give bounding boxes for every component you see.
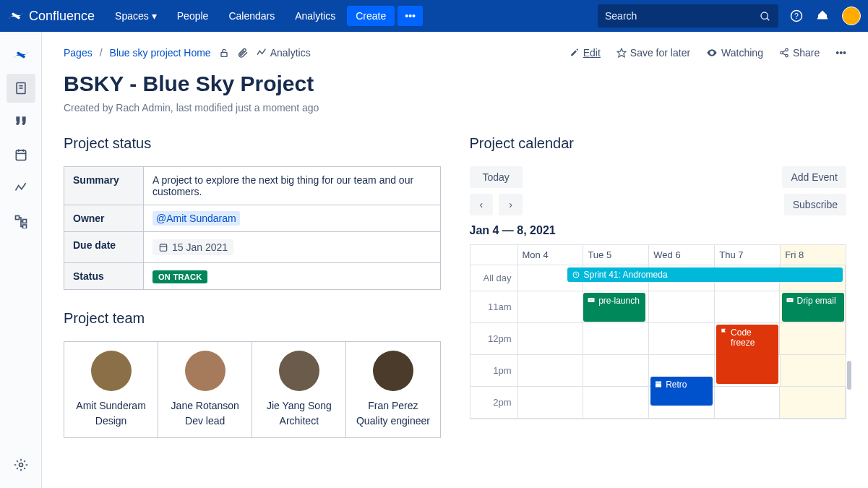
mail-icon: [786, 296, 794, 304]
svg-rect-15: [221, 53, 227, 57]
day-header: Tue 5: [583, 245, 649, 265]
page-actions: Edit Save for later Watching Share •••: [570, 47, 846, 59]
svg-line-1: [767, 18, 769, 20]
left-column: Project status SummaryA project to explo…: [64, 135, 441, 438]
calendar-icon: [654, 380, 663, 388]
event-retro[interactable]: Retro: [650, 377, 713, 406]
sidebar-calendar[interactable]: [7, 140, 35, 169]
brand[interactable]: Confluence: [7, 7, 95, 25]
allday-label: All day: [470, 265, 518, 291]
top-navigation: Confluence Spaces ▾ People Calendars Ana…: [0, 0, 868, 32]
mail-icon: [587, 296, 596, 304]
restrictions-icon[interactable]: [218, 46, 230, 59]
notifications-icon[interactable]: [816, 9, 829, 22]
status-table: SummaryA project to explore the next big…: [64, 166, 441, 290]
right-column: Project calendar Today ‹ › Add Event Sub…: [470, 135, 847, 438]
svg-point-18: [781, 51, 783, 54]
share-button[interactable]: Share: [779, 47, 820, 59]
breadcrumb-pages[interactable]: Pages: [64, 47, 93, 59]
hour-label: 11am: [470, 291, 518, 322]
team-grid: Amit SunderamDesign Jane RotansonDev lea…: [64, 341, 441, 438]
user-avatar[interactable]: [842, 7, 861, 25]
svg-point-14: [19, 463, 22, 467]
more-actions-button[interactable]: •••: [835, 47, 846, 59]
scrollbar[interactable]: [847, 361, 851, 390]
svg-marker-16: [617, 48, 626, 57]
page-meta: Created by Rach Admin, last modified jus…: [64, 102, 846, 114]
status-label: Status: [64, 263, 144, 290]
day-header: Wed 6: [649, 245, 715, 265]
subscribe-button[interactable]: Subscribe: [784, 194, 846, 215]
nav-analytics[interactable]: Analytics: [286, 6, 344, 26]
summary-value: A project to explore the next big thing …: [144, 167, 441, 205]
edit-button[interactable]: Edit: [570, 47, 601, 59]
allday-event[interactable]: Sprint 41: Andromeda: [567, 267, 843, 282]
event-drip[interactable]: Drip email: [782, 293, 844, 322]
section-calendar-title: Project calendar: [470, 135, 847, 152]
sidebar: [0, 32, 42, 488]
nav-calendars[interactable]: Calendars: [220, 6, 283, 26]
team-card: Fran PerezQuality engineer: [346, 342, 439, 437]
calendar-range: Jan 4 — 8, 2021: [470, 224, 847, 237]
sidebar-analytics[interactable]: [7, 174, 35, 202]
next-button[interactable]: ›: [499, 194, 523, 215]
svg-rect-22: [160, 244, 166, 251]
add-event-button[interactable]: Add Event: [782, 166, 846, 188]
sidebar-space-icon[interactable]: [7, 40, 35, 69]
svg-point-19: [786, 54, 788, 57]
prev-button[interactable]: ‹: [470, 194, 494, 215]
svg-rect-11: [15, 216, 19, 220]
help-icon[interactable]: ?: [790, 9, 803, 22]
sidebar-settings[interactable]: [7, 450, 35, 479]
calendar-controls: Today ‹ › Add Event Subscribe: [470, 166, 847, 215]
nav-spaces[interactable]: Spaces ▾: [106, 6, 166, 26]
hour-label: 12pm: [470, 323, 518, 354]
svg-rect-7: [16, 150, 25, 160]
due-label: Due date: [64, 232, 144, 263]
day-header: Fri 8: [781, 245, 846, 265]
nav-more-button[interactable]: •••: [398, 6, 423, 26]
svg-point-17: [786, 48, 788, 51]
team-avatar: [91, 351, 132, 391]
svg-point-0: [761, 12, 768, 19]
team-card: Amit SunderamDesign: [64, 342, 158, 437]
breadcrumb-parent[interactable]: Blue sky project Home: [110, 47, 211, 59]
save-for-later-button[interactable]: Save for later: [616, 47, 690, 59]
chevron-down-icon: ▾: [152, 10, 157, 22]
search-input[interactable]: [605, 10, 760, 22]
summary-label: Summary: [64, 167, 144, 205]
hour-label: 1pm: [470, 355, 518, 386]
section-status-title: Project status: [64, 135, 441, 152]
svg-line-21: [783, 53, 786, 55]
calendar-grid: Mon 4 Tue 5 Wed 6 Thu 7 Fri 8 All day Sp…: [470, 244, 847, 419]
breadcrumb-analytics[interactable]: Analytics: [256, 47, 311, 59]
owner-label: Owner: [64, 205, 144, 232]
svg-line-20: [783, 50, 786, 51]
team-avatar: [373, 351, 413, 391]
due-date-chip[interactable]: 15 Jan 2021: [152, 239, 233, 255]
sprint-icon: [572, 270, 580, 279]
day-header: Mon 4: [518, 245, 584, 265]
watching-button[interactable]: Watching: [706, 47, 763, 59]
sidebar-tree[interactable]: [7, 207, 35, 236]
dots-icon: •••: [405, 10, 416, 22]
svg-rect-12: [22, 220, 26, 223]
svg-rect-13: [22, 225, 26, 228]
page-header-row: Pages / Blue sky project Home Analytics …: [64, 46, 846, 59]
event-prelaunch[interactable]: pre-launch: [583, 293, 645, 322]
nav-items: Spaces ▾ People Calendars Analytics Crea…: [106, 6, 423, 26]
search-box[interactable]: [598, 4, 778, 27]
page-title: BSKY - Blue Sky Project: [64, 72, 846, 96]
today-button[interactable]: Today: [470, 166, 523, 188]
create-button[interactable]: Create: [347, 6, 395, 26]
nav-people[interactable]: People: [168, 6, 218, 26]
sidebar-blog[interactable]: [7, 107, 35, 136]
attachments-icon[interactable]: [237, 46, 249, 59]
hour-label: 2pm: [470, 387, 518, 418]
team-avatar: [279, 351, 319, 391]
status-lozenge: ON TRACK: [152, 270, 207, 283]
owner-mention[interactable]: @Amit Sundaram: [152, 211, 240, 226]
sidebar-pages[interactable]: [7, 74, 35, 103]
search-icon[interactable]: [760, 9, 771, 22]
svg-rect-27: [656, 382, 661, 388]
